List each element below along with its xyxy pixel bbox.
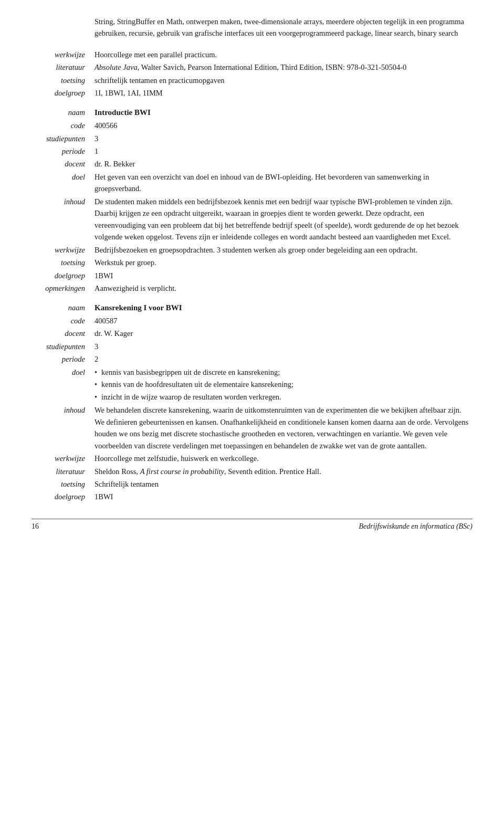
course1-werkwijze-label: werkwijze (32, 244, 94, 256)
toetsing-label: toetsing (32, 75, 94, 86)
course1-code-label: code (32, 120, 94, 131)
course1-docent-value: dr. R. Bekker (94, 158, 472, 170)
doelgroep-label: doelgroep (32, 87, 94, 99)
course1-werkwijze-row: werkwijze Bedrijfsbezoeken en groepsopdr… (32, 244, 472, 256)
course2-doelgroep-row: doelgroep 1BWI (32, 491, 472, 502)
course2-werkwijze-value: Hoorcollege met zelfstudie, huiswerk en … (94, 453, 472, 464)
course1-inhoud-value: De studenten maken middels een bedrijfsb… (94, 196, 472, 243)
course1-inhoud-label: inhoud (32, 196, 94, 243)
course2-code-row: code 400587 (32, 315, 472, 327)
course1-docent-row: docent dr. R. Bekker (32, 158, 472, 170)
course2-inhoud-value: We behandelen discrete kansrekening, waa… (94, 404, 472, 451)
course2-code-label: code (32, 315, 94, 327)
course1-code-row: code 400566 (32, 120, 472, 131)
pre-course-section: werkwijze Hoorcollege met een parallel p… (32, 49, 472, 99)
course2-studiepunten-value: 3 (94, 341, 472, 352)
course1-periode-label: periode (32, 145, 94, 157)
course2-section: naam Kansrekening I voor BWI code 400587… (32, 302, 472, 503)
course1-section: naam Introductie BWI code 400566 studiep… (32, 107, 472, 295)
page-footer: 16 Bedrijfswiskunde en informatica (BSc) (32, 519, 472, 531)
course2-literatuur-row: literatuur Sheldon Ross, A first course … (32, 466, 472, 477)
course2-toetsing-label: toetsing (32, 478, 94, 490)
course2-doel-value: kennis van basisbegrippen uit de discret… (94, 366, 472, 403)
course2-inhoud-row: inhoud We behandelen discrete kansrekeni… (32, 404, 472, 451)
intro-block: String, StringBuffer en Math, ontwerpen … (32, 16, 472, 39)
course2-doel-bullet-2: kennis van de hoofdresultaten uit de ele… (94, 379, 472, 390)
footer-title: Bedrijfswiskunde en informatica (BSc) (359, 522, 472, 531)
course2-docent-label: docent (32, 328, 94, 339)
course2-doel-label: doel (32, 366, 94, 403)
literatuur-italic: Absolute Java (94, 63, 138, 71)
course1-doel-row: doel Het geven van een overzicht van doe… (32, 171, 472, 195)
course2-toetsing-row: toetsing Schriftelijk tentamen (32, 478, 472, 490)
page-number: 16 (32, 522, 39, 531)
course2-naam-label: naam (32, 302, 94, 314)
page-content: String, StringBuffer en Math, ontwerpen … (32, 16, 472, 531)
course2-doel-bullet-3: inzicht in de wijze waarop de resultaten… (94, 391, 472, 403)
course1-doel-label: doel (32, 171, 94, 195)
course1-studiepunten-label: studiepunten (32, 133, 94, 144)
course1-doel-value: Het geven van een overzicht van doel en … (94, 171, 472, 195)
course1-opmerkingen-value: Aanwezigheid is verplicht. (94, 282, 472, 294)
course1-doelgroep-value: 1BWI (94, 270, 472, 281)
course2-werkwijze-label: werkwijze (32, 453, 94, 464)
literatuur-row: literatuur Absolute Java, Walter Savich,… (32, 61, 472, 73)
course1-doelgroep-label: doelgroep (32, 270, 94, 281)
course2-studiepunten-label: studiepunten (32, 341, 94, 352)
course1-naam-value: Introductie BWI (94, 107, 472, 119)
course1-studiepunten-row: studiepunten 3 (32, 133, 472, 144)
course2-studiepunten-row: studiepunten 3 (32, 341, 472, 352)
course2-literatuur-italic: A first course in probability (140, 467, 224, 476)
course1-naam-row: naam Introductie BWI (32, 107, 472, 119)
course1-code-value: 400566 (94, 120, 472, 131)
course2-code-value: 400587 (94, 315, 472, 327)
course2-inhoud-label: inhoud (32, 404, 94, 451)
werkwijze-label: werkwijze (32, 49, 94, 60)
doelgroep-value: 1I, 1BWI, 1AI, 1IMM (94, 87, 472, 99)
course2-doel-bullet-1: kennis van basisbegrippen uit de discret… (94, 366, 472, 378)
werkwijze-value: Hoorcollege met een parallel practicum. (94, 49, 472, 60)
course2-periode-label: periode (32, 353, 94, 365)
course2-literatuur-label: literatuur (32, 466, 94, 477)
course1-periode-row: periode 1 (32, 145, 472, 157)
course2-periode-row: periode 2 (32, 353, 472, 365)
course2-periode-value: 2 (94, 353, 472, 365)
course1-opmerkingen-row: opmerkingen Aanwezigheid is verplicht. (32, 282, 472, 294)
course1-toetsing-row: toetsing Werkstuk per groep. (32, 257, 472, 268)
course1-docent-label: docent (32, 158, 94, 170)
course1-doelgroep-row: doelgroep 1BWI (32, 270, 472, 281)
course1-periode-value: 1 (94, 145, 472, 157)
course1-opmerkingen-label: opmerkingen (32, 282, 94, 294)
toetsing-row: toetsing schriftelijk tentamen en practi… (32, 75, 472, 86)
course2-doel-row: doel kennis van basisbegrippen uit de di… (32, 366, 472, 403)
course2-doel-bullets: kennis van basisbegrippen uit de discret… (94, 366, 472, 403)
doelgroep-row: doelgroep 1I, 1BWI, 1AI, 1IMM (32, 87, 472, 99)
literatuur-value: Absolute Java, Walter Savich, Pearson In… (94, 61, 472, 73)
course2-werkwijze-row: werkwijze Hoorcollege met zelfstudie, hu… (32, 453, 472, 464)
course1-werkwijze-value: Bedrijfsbezoeken en groepsopdrachten. 3 … (94, 244, 472, 256)
course2-doelgroep-label: doelgroep (32, 491, 94, 502)
course2-docent-row: docent dr. W. Kager (32, 328, 472, 339)
course1-naam-label: naam (32, 107, 94, 119)
course2-naam-row: naam Kansrekening I voor BWI (32, 302, 472, 314)
course1-toetsing-value: Werkstuk per groep. (94, 257, 472, 268)
course1-studiepunten-value: 3 (94, 133, 472, 144)
toetsing-value: schriftelijk tentamen en practicumopgave… (94, 75, 472, 86)
werkwijze-row: werkwijze Hoorcollege met een parallel p… (32, 49, 472, 60)
course1-inhoud-row: inhoud De studenten maken middels een be… (32, 196, 472, 243)
course1-toetsing-label: toetsing (32, 257, 94, 268)
literatuur-label: literatuur (32, 61, 94, 73)
course2-naam-value: Kansrekening I voor BWI (94, 302, 472, 314)
intro-text: String, StringBuffer en Math, ontwerpen … (94, 16, 472, 39)
course2-docent-value: dr. W. Kager (94, 328, 472, 339)
course2-toetsing-value: Schriftelijk tentamen (94, 478, 472, 490)
course2-literatuur-value: Sheldon Ross, A first course in probabil… (94, 466, 472, 477)
course2-doelgroep-value: 1BWI (94, 491, 472, 502)
